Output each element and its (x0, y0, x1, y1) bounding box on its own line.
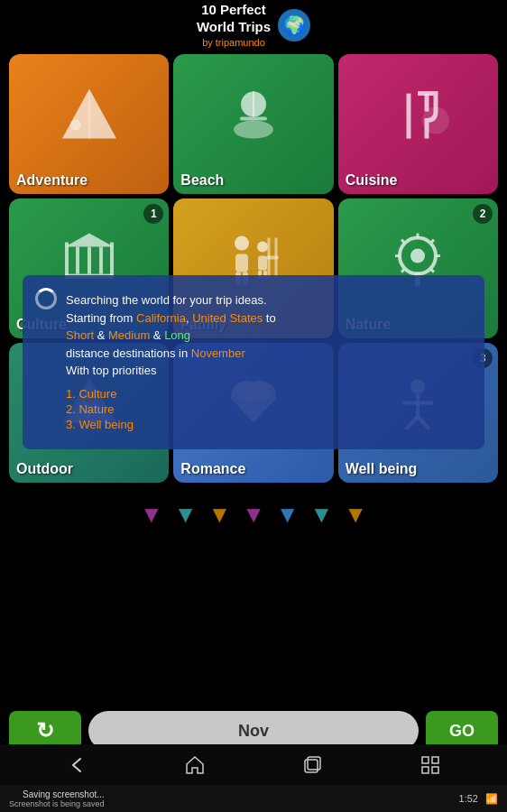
nature-badge: 2 (473, 204, 493, 224)
amp1: & (94, 328, 108, 342)
svg-marker-50 (187, 757, 203, 773)
priorities-pre: With top priorities (66, 364, 156, 377)
priorities-list: 1. Culture 2. Nature 3. Well being (66, 387, 470, 431)
culture-badge: 1 (143, 204, 163, 224)
city-text: California (136, 311, 186, 325)
status-bar: Saving screenshot... Screenshot is being… (0, 785, 507, 812)
to-text: to (263, 311, 275, 325)
go-label: GO (449, 722, 475, 741)
header-subtitle: by tripamundo (197, 36, 271, 49)
wellbeing-label: Well being (338, 456, 425, 483)
cuisine-label: Cuisine (338, 167, 405, 194)
svg-point-2 (70, 119, 81, 130)
svg-rect-51 (305, 760, 318, 772)
svg-line-34 (401, 239, 404, 242)
adventure-icon (58, 84, 121, 151)
android-recent-button[interactable] (299, 752, 326, 779)
android-nav-bar (0, 744, 507, 785)
search-text: Searching the world for your trip ideas. (66, 293, 267, 307)
saving-subtitle: Screenshot is being saved (9, 799, 105, 808)
month-text: November (191, 346, 245, 360)
svg-rect-27 (266, 255, 279, 259)
svg-marker-16 (65, 233, 114, 246)
svg-rect-11 (65, 242, 69, 278)
svg-rect-55 (422, 767, 429, 773)
header-line2: World Trips (197, 18, 271, 36)
romance-label: Romance (173, 456, 253, 483)
header: 10 Perfect World Trips by tripamundo 🌍 (0, 0, 507, 50)
saving-notification: Saving screenshot... Screenshot is being… (9, 789, 105, 808)
svg-line-37 (401, 269, 404, 272)
arrow-1: ▼ (140, 501, 163, 529)
svg-line-35 (431, 269, 434, 272)
country-text: United States (192, 311, 263, 325)
header-text: 10 Perfect World Trips by tripamundo (197, 1, 271, 49)
loading-spinner (35, 288, 57, 309)
svg-rect-56 (432, 767, 438, 773)
priority-1: 1. Culture (66, 387, 470, 401)
amp2: & (150, 328, 164, 342)
grid-item-adventure[interactable]: Adventure (9, 54, 169, 194)
svg-line-36 (431, 239, 434, 242)
svg-point-17 (235, 235, 249, 250)
search-main-text: Searching the world for your trip ideas.… (66, 291, 470, 380)
svg-point-21 (257, 241, 268, 252)
svg-rect-14 (88, 246, 91, 273)
grid-item-beach[interactable]: Beach (173, 54, 333, 194)
header-line1: 10 Perfect (197, 1, 271, 19)
search-dialog: Searching the world for your trip ideas.… (23, 275, 484, 449)
svg-point-29 (410, 248, 425, 263)
svg-point-5 (234, 120, 273, 138)
outdoor-label: Outdoor (9, 456, 80, 483)
adventure-label: Adventure (9, 167, 95, 194)
svg-rect-18 (235, 254, 248, 272)
svg-rect-13 (76, 246, 79, 273)
dialog-content: Searching the world for your trip ideas.… (66, 291, 470, 431)
svg-rect-22 (258, 255, 267, 270)
priority-2: 2. Nature (66, 402, 470, 416)
arrow-5: ▼ (276, 501, 300, 529)
cuisine-icon (386, 84, 449, 151)
svg-rect-53 (422, 757, 429, 763)
android-scan-button[interactable] (417, 752, 444, 779)
grid-item-cuisine[interactable]: Cuisine (338, 54, 498, 194)
svg-rect-12 (110, 242, 114, 278)
priority-3: 3. Well being (66, 418, 470, 431)
android-home-button[interactable] (181, 752, 208, 779)
arrow-2: ▼ (174, 501, 198, 529)
arrows-decoration: ▼ ▼ ▼ ▼ ▼ ▼ ▼ (0, 478, 507, 550)
long-text: Long (164, 328, 190, 342)
short-text: Short (66, 328, 94, 342)
svg-point-9 (422, 106, 449, 134)
saving-title: Saving screenshot... (9, 789, 105, 799)
android-back-button[interactable] (63, 752, 90, 779)
globe-icon: 🌍 (278, 9, 310, 42)
beach-label: Beach (173, 167, 231, 194)
svg-rect-4 (240, 116, 267, 120)
wifi-icon: 📶 (485, 793, 498, 805)
svg-rect-54 (432, 757, 438, 763)
month-label: Nov (238, 722, 269, 741)
svg-rect-52 (308, 757, 320, 770)
svg-rect-15 (99, 246, 103, 273)
distance-text: distance destinations in (66, 346, 191, 360)
arrow-6: ▼ (310, 501, 334, 529)
starting-from: Starting from (66, 311, 136, 325)
arrow-4: ▼ (242, 501, 265, 529)
medium-text: Medium (108, 328, 150, 342)
status-right: 1:52 📶 (459, 793, 498, 805)
arrow-3: ▼ (207, 501, 231, 529)
refresh-icon: ↻ (36, 718, 54, 743)
beach-icon (222, 84, 285, 151)
status-time: 1:52 (459, 793, 478, 804)
arrow-7: ▼ (344, 501, 367, 529)
